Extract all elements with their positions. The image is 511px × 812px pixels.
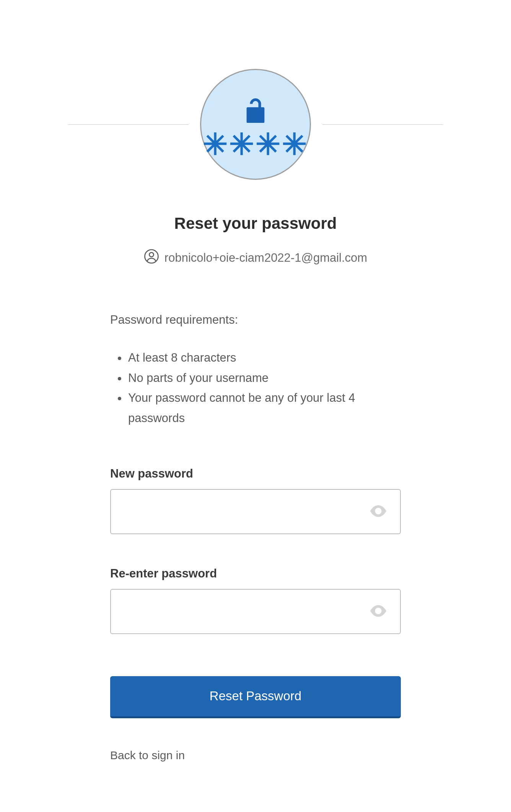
confirm-password-label: Re-enter password [110,567,401,580]
divider-right [322,124,443,125]
page-title: Reset your password [68,214,443,233]
toggle-confirm-visibility-button[interactable] [366,602,390,621]
password-requirement-item: Your password cannot be any of your last… [127,388,401,428]
confirm-password-input-wrap [110,589,401,634]
reset-password-button[interactable]: Reset Password [110,676,401,718]
new-password-input-wrap [110,489,401,534]
back-to-sign-in-link[interactable]: Back to sign in [110,749,185,762]
divider-left [68,124,189,125]
toggle-password-visibility-button[interactable] [366,502,390,521]
user-email: robnicolo+oie-ciam2022-1@gmail.com [164,251,367,265]
user-email-row: robnicolo+oie-ciam2022-1@gmail.com [68,249,443,267]
new-password-label: New password [110,467,401,481]
password-requirements-label: Password requirements: [110,313,401,327]
password-requirements-list: At least 8 characters No parts of your u… [110,348,401,429]
eye-icon [369,512,387,518]
password-requirement-item: No parts of your username [127,368,401,388]
user-icon [144,249,159,267]
password-reset-avatar: ✳✳✳✳ [200,69,311,180]
unlock-icon [242,96,269,127]
asterisks-icon: ✳✳✳✳ [203,135,308,153]
reset-password-card: ✳✳✳✳ Reset your password robnicolo+oie-c… [68,69,443,762]
eye-icon [369,612,387,618]
new-password-input[interactable] [110,489,401,534]
password-requirement-item: At least 8 characters [127,348,401,368]
svg-point-1 [149,253,153,257]
header-avatar-row: ✳✳✳✳ [68,69,443,180]
svg-point-2 [377,509,380,512]
svg-point-3 [377,609,380,612]
form-content: Password requirements: At least 8 charac… [72,313,439,762]
confirm-password-input[interactable] [110,589,401,634]
